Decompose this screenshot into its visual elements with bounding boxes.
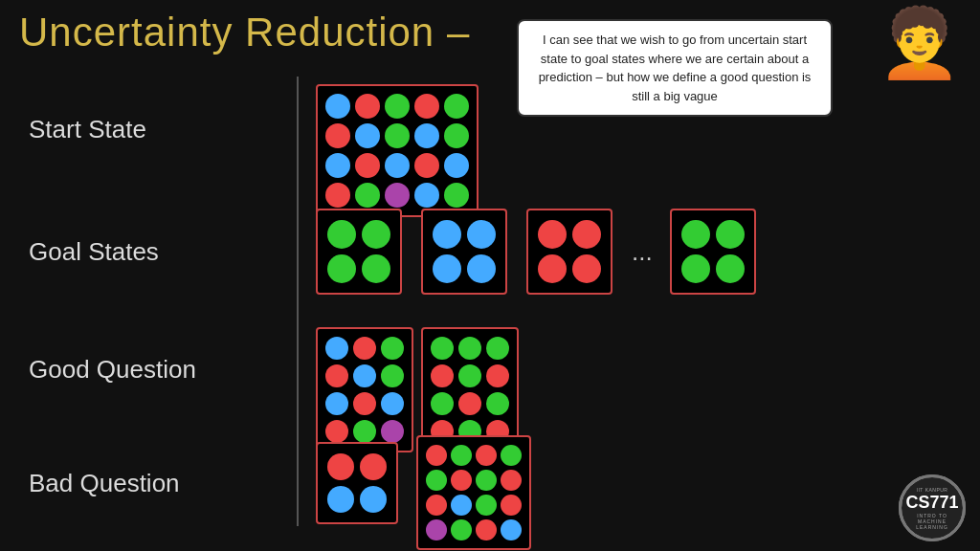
bad-question-label: Bad Question — [29, 469, 180, 498]
goal-state-2 — [421, 209, 507, 295]
bad-question-grid-1 — [316, 442, 398, 524]
section-divider — [297, 77, 299, 526]
cs771-badge: IIT KANPUR CS771 INTRO TO MACHINE LEARNI… — [899, 474, 966, 541]
goal-states-label: Goal States — [29, 237, 159, 267]
character-avatar: 🧑‍🦱 — [878, 10, 961, 77]
start-state-grid — [316, 84, 479, 217]
good-question-grid-1 — [316, 327, 413, 452]
bad-question-grid-2 — [416, 435, 531, 550]
good-question-grid-2 — [421, 327, 519, 452]
goal-state-4 — [670, 209, 756, 295]
good-question-label: Good Question — [29, 355, 196, 385]
ellipsis: ... — [632, 237, 653, 267]
page-title: Uncertainty Reduction – — [19, 10, 470, 55]
goal-state-3 — [526, 209, 612, 295]
start-state-label: Start State — [29, 115, 146, 144]
speech-bubble: I can see that we wish to go from uncert… — [517, 19, 833, 117]
goal-state-1 — [316, 209, 402, 295]
badge-gear-icon — [899, 474, 966, 541]
